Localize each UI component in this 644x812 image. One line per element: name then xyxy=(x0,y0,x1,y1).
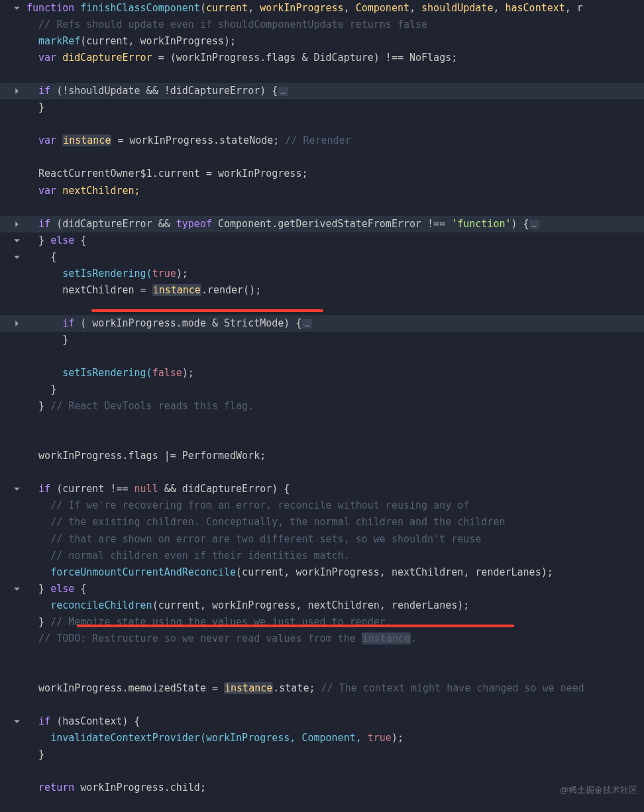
code-line[interactable]: } xyxy=(0,99,644,116)
fold-ellipsis[interactable]: … xyxy=(301,319,311,329)
code-line[interactable]: // If we're recovering from an error, re… xyxy=(0,497,644,514)
code-line[interactable]: ReactCurrentOwner$1.current = workInProg… xyxy=(0,166,644,182)
fold-gutter[interactable] xyxy=(0,83,25,99)
code-line[interactable] xyxy=(0,149,644,166)
code-line[interactable]: } xyxy=(0,746,644,763)
keyword: function xyxy=(27,2,74,14)
code-line[interactable]: } else { xyxy=(0,232,644,249)
fold-gutter[interactable] xyxy=(0,315,25,332)
fold-gutter[interactable] xyxy=(0,216,25,232)
code-line[interactable]: forceUnmountCurrentAndReconcile(current,… xyxy=(0,564,644,581)
code-line[interactable]: } else { xyxy=(0,581,644,597)
code-line[interactable] xyxy=(0,66,644,83)
code-line[interactable]: setIsRendering(false); xyxy=(0,365,644,381)
code-line[interactable]: nextChildren = instance.render(); xyxy=(0,282,644,299)
code-line[interactable]: { xyxy=(0,249,644,266)
chevron-down-icon[interactable] xyxy=(12,252,21,262)
fold-gutter[interactable] xyxy=(0,232,25,249)
highlighted-identifier: instance xyxy=(62,134,111,146)
highlighted-identifier: instance xyxy=(152,284,201,296)
code-line[interactable] xyxy=(0,464,644,481)
code-line[interactable] xyxy=(0,116,644,132)
code-line[interactable]: } // React DevTools reads this flag. xyxy=(0,398,644,415)
code-line[interactable]: function finishClassComponent(current, w… xyxy=(0,0,644,17)
code-line[interactable]: workInProgress.memoizedState = instance.… xyxy=(0,680,644,697)
annotation-underline xyxy=(77,625,514,627)
highlighted-identifier: instance xyxy=(224,682,273,694)
code-line[interactable]: var didCaptureError = (workInProgress.fl… xyxy=(0,50,644,66)
code-line-folded[interactable]: if (!shouldUpdate && !didCaptureError) {… xyxy=(0,83,644,99)
code-line[interactable] xyxy=(0,199,644,216)
code-line-folded[interactable]: if ( workInProgress.mode & StrictMode) {… xyxy=(0,315,644,332)
code-line[interactable]: // normal children even if their identit… xyxy=(0,548,644,564)
chevron-down-icon[interactable] xyxy=(12,236,21,245)
chevron-down-icon[interactable] xyxy=(12,584,21,593)
fold-ellipsis[interactable]: … xyxy=(278,87,288,96)
code-line[interactable]: workInProgress.flags |= PerformedWork; xyxy=(0,448,644,464)
fold-gutter[interactable] xyxy=(0,0,25,17)
function-name: finishClassComponent xyxy=(80,2,200,14)
code-line[interactable]: } // Memoize state using the values we j… xyxy=(0,614,644,631)
code-line[interactable]: setIsRendering(true); xyxy=(0,266,644,282)
code-line[interactable]: } xyxy=(0,381,644,398)
code-editor[interactable]: function finishClassComponent(current, w… xyxy=(0,0,644,796)
chevron-right-icon[interactable] xyxy=(12,87,21,96)
fold-ellipsis[interactable]: … xyxy=(529,220,539,229)
annotation-underline xyxy=(91,309,323,312)
fold-gutter[interactable] xyxy=(0,481,25,497)
code-line[interactable] xyxy=(0,647,644,664)
code-line[interactable]: invalidateContextProvider(workInProgress… xyxy=(0,730,644,746)
code-line[interactable] xyxy=(0,348,644,365)
code-line[interactable]: var instance = workInProgress.stateNode;… xyxy=(0,132,644,149)
chevron-down-icon[interactable] xyxy=(12,4,21,13)
fold-gutter[interactable] xyxy=(0,713,25,730)
code-line[interactable]: // the existing children. Conceptually, … xyxy=(0,514,644,531)
code-line[interactable] xyxy=(0,415,644,431)
code-line[interactable] xyxy=(0,697,644,713)
comment: // Refs should update even if shouldComp… xyxy=(38,19,427,30)
code-line[interactable] xyxy=(0,664,644,680)
code-line[interactable] xyxy=(0,299,644,315)
watermark: @稀土掘金技术社区 xyxy=(560,783,637,797)
code-line[interactable] xyxy=(0,763,644,780)
code-line[interactable]: return workInProgress.child; xyxy=(0,780,644,796)
chevron-down-icon[interactable] xyxy=(12,717,21,727)
code-line[interactable]: if (current !== null && didCaptureError)… xyxy=(0,481,644,497)
code-line[interactable]: } xyxy=(0,332,644,348)
code-line[interactable]: if (hasContext) { xyxy=(0,713,644,730)
code-line[interactable]: reconcileChildren(current, workInProgres… xyxy=(0,597,644,614)
chevron-right-icon[interactable] xyxy=(12,219,21,228)
fold-gutter[interactable] xyxy=(0,581,25,597)
chevron-down-icon[interactable] xyxy=(12,485,21,494)
chevron-right-icon[interactable] xyxy=(12,319,21,328)
code-line-folded[interactable]: if (didCaptureError && typeof Component.… xyxy=(0,216,644,232)
code-line[interactable]: // that are shown on error are two diffe… xyxy=(0,531,644,548)
code-line[interactable]: markRef(current, workInProgress); xyxy=(0,33,644,50)
code-line[interactable] xyxy=(0,431,644,448)
code-line[interactable]: var nextChildren; xyxy=(0,183,644,199)
fold-gutter[interactable] xyxy=(0,249,25,266)
code-line[interactable]: // TODO: Restructure so we never read va… xyxy=(0,631,644,647)
code-line[interactable]: // Refs should update even if shouldComp… xyxy=(0,17,644,33)
